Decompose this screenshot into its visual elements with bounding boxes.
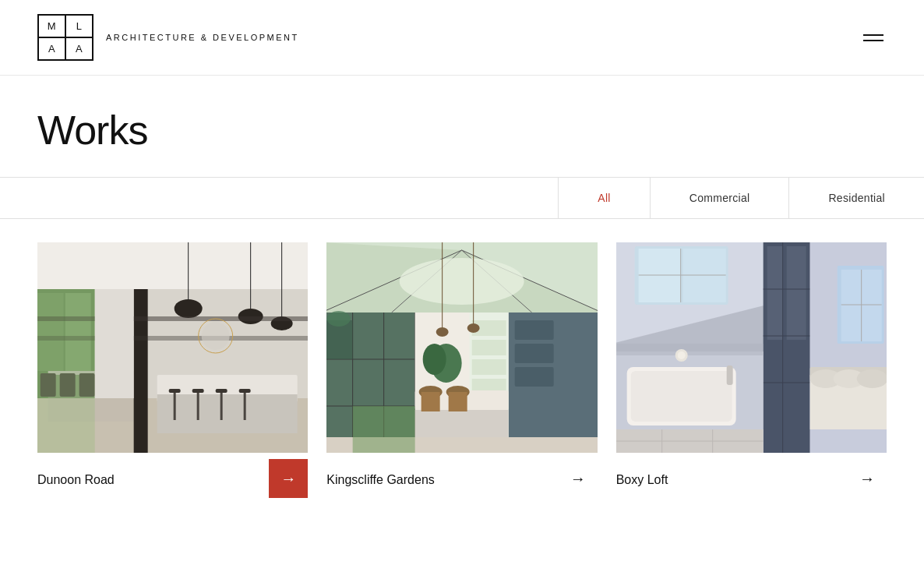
svg-rect-59 (472, 359, 506, 375)
work-footer-kingscliffe-gardens: Kingscliffe Gardens → (326, 453, 597, 498)
work-title-kingscliffe-gardens: Kingscliffe Gardens (326, 457, 558, 493)
work-arrow-kingscliffe-gardens[interactable]: → (559, 459, 598, 498)
logo-cell-m: M (38, 15, 65, 37)
svg-point-33 (202, 322, 230, 350)
svg-rect-10 (192, 389, 204, 393)
work-image-kingscliffe-gardens (326, 242, 597, 453)
svg-point-72 (423, 344, 446, 375)
svg-rect-54 (515, 344, 554, 363)
works-grid: Dunoon Road → (0, 219, 924, 529)
work-image-dunoon-road (37, 242, 308, 453)
work-image-boxy-loft (616, 242, 887, 453)
svg-rect-1 (37, 242, 308, 289)
svg-rect-15 (244, 393, 246, 420)
svg-rect-13 (220, 393, 223, 420)
svg-point-109 (677, 351, 685, 359)
svg-rect-58 (472, 340, 506, 355)
hamburger-line-2 (863, 40, 883, 41)
logo-container[interactable]: M L A A ARCHITECTURE & DEVELOPMENT (37, 14, 299, 61)
svg-point-70 (467, 323, 480, 333)
svg-rect-34 (37, 289, 95, 453)
svg-rect-12 (216, 389, 227, 393)
menu-icon[interactable] (860, 31, 887, 44)
logo-tagline: ARCHITECTURE & DEVELOPMENT (106, 33, 299, 42)
svg-rect-7 (157, 394, 298, 433)
svg-rect-8 (169, 389, 181, 393)
svg-rect-83 (767, 246, 782, 340)
work-card-kingscliffe-gardens[interactable]: Kingscliffe Gardens → (326, 242, 597, 498)
logo-box: M L A A (37, 14, 93, 61)
work-footer-dunoon-road: Dunoon Road → (37, 453, 308, 498)
svg-point-41 (400, 258, 524, 305)
work-title-boxy-loft: Boxy Loft (616, 457, 848, 493)
filter-residential[interactable]: Residential (788, 178, 924, 218)
arrow-icon-boxy: → (859, 471, 875, 486)
arrow-icon-kingscliffe: → (570, 471, 586, 486)
svg-rect-74 (353, 406, 415, 453)
svg-point-17 (175, 299, 203, 318)
filter-options: All Commercial Residential (558, 178, 924, 218)
filter-all[interactable]: All (558, 178, 649, 218)
svg-rect-107 (616, 344, 764, 355)
svg-rect-53 (515, 320, 554, 340)
logo-cell-a1: A (38, 37, 65, 60)
logo-cell-l: L (65, 15, 93, 37)
work-title-dunoon-road: Dunoon Road (37, 457, 269, 493)
page-title: Works (37, 107, 887, 154)
svg-rect-66 (449, 392, 467, 411)
work-arrow-boxy-loft[interactable]: → (848, 459, 887, 498)
filter-commercial[interactable]: Commercial (650, 178, 789, 218)
svg-point-68 (436, 327, 449, 337)
work-card-boxy-loft[interactable]: Boxy Loft → (616, 242, 887, 498)
svg-rect-14 (239, 389, 251, 393)
svg-rect-102 (726, 365, 732, 385)
svg-rect-101 (630, 371, 732, 422)
svg-rect-9 (174, 393, 176, 420)
svg-rect-64 (421, 392, 440, 411)
logo-cell-a2: A (65, 37, 93, 60)
header: M L A A ARCHITECTURE & DEVELOPMENT (0, 0, 924, 76)
svg-rect-55 (515, 367, 554, 387)
work-card-dunoon-road[interactable]: Dunoon Road → (37, 242, 308, 498)
page-title-section: Works (0, 76, 924, 177)
work-footer-boxy-loft: Boxy Loft → (616, 453, 887, 498)
svg-rect-28 (134, 289, 148, 453)
svg-point-50 (327, 311, 351, 327)
arrow-icon-dunoon: → (280, 471, 296, 486)
svg-rect-31 (95, 289, 134, 398)
svg-point-98 (856, 369, 887, 388)
hamburger-line-1 (863, 34, 883, 36)
filter-bar: All Commercial Residential (0, 177, 924, 219)
svg-rect-11 (197, 393, 199, 420)
svg-rect-84 (786, 246, 806, 340)
work-arrow-dunoon-road[interactable]: → (269, 459, 308, 498)
